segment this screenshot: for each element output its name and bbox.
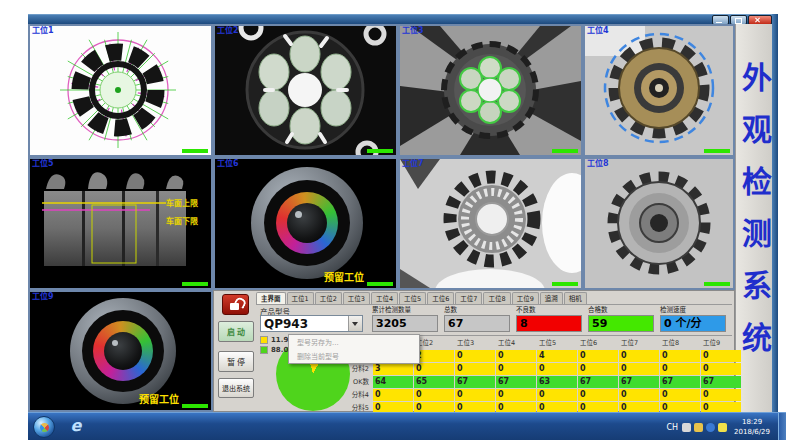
table-cell: 0 bbox=[414, 363, 454, 375]
table-cell: 0 bbox=[578, 363, 618, 375]
table-cell: 0 bbox=[660, 363, 700, 375]
table-cell: 0 bbox=[455, 350, 495, 362]
unlock-button[interactable] bbox=[222, 294, 249, 315]
table-column-header: 工位9 bbox=[701, 337, 741, 349]
table-cell: 0 bbox=[537, 389, 577, 401]
stat-label: 总数 bbox=[444, 304, 510, 314]
combo-dropdown-arrow[interactable] bbox=[348, 316, 362, 331]
camera-view-7: 工位7 bbox=[398, 157, 583, 290]
table-column-header: 工位7 bbox=[619, 337, 659, 349]
camera-1-label: 工位1 bbox=[32, 27, 54, 35]
table-cell: 67 bbox=[660, 376, 700, 388]
table-cell: 67 bbox=[578, 376, 618, 388]
clock-date: 2018/6/29 bbox=[734, 427, 770, 438]
start-button[interactable]: 启 动 bbox=[218, 321, 254, 342]
product-model-combo[interactable]: QP943 bbox=[260, 315, 363, 332]
table-column-header: 工位8 bbox=[660, 337, 700, 349]
table-cell: 0 bbox=[578, 350, 618, 362]
window-right-border bbox=[772, 14, 778, 412]
window-titlebar bbox=[28, 14, 778, 24]
camera-view-1: 工位1 bbox=[28, 24, 213, 157]
table-cell: 67 bbox=[455, 376, 495, 388]
reserved-station-text: 预留工位 bbox=[139, 391, 179, 406]
table-cell: 0 bbox=[619, 363, 659, 375]
tab-工位9[interactable]: 工位9 bbox=[512, 292, 539, 304]
camera-view-9: 工位9 预留工位 bbox=[28, 290, 213, 412]
exit-system-button[interactable]: 退出系统 bbox=[218, 378, 254, 398]
camera-view-2: 工位2 bbox=[213, 24, 398, 157]
table-column-header: 工位3 bbox=[455, 337, 495, 349]
menu-item[interactable]: 删除当前型号 bbox=[289, 349, 419, 363]
camera-view-6: 工位6 预留工位 bbox=[213, 157, 398, 290]
input-language-indicator[interactable]: CH bbox=[666, 423, 678, 432]
camera-3-label: 工位3 bbox=[402, 27, 424, 35]
separator bbox=[370, 335, 732, 336]
control-panel: 启 动 暂 停 退出系统 主界面工位1工位2工位3工位4工位5工位6工位7工位8… bbox=[213, 290, 735, 412]
reserved-station-text: 预留工位 bbox=[324, 269, 364, 284]
table-cell: 2 bbox=[414, 350, 454, 362]
table-cell: 0 bbox=[414, 389, 454, 401]
windows-logo-icon bbox=[38, 421, 51, 434]
tab-工位3[interactable]: 工位3 bbox=[343, 292, 370, 304]
lower-limit-annotation: 车面下限 bbox=[166, 215, 198, 226]
stat-label: 不良数 bbox=[516, 304, 582, 314]
stat-value: 59 bbox=[588, 315, 654, 332]
table-cell: 0 bbox=[701, 363, 741, 375]
lens-photo bbox=[251, 167, 363, 279]
camera-2-status-bar bbox=[367, 149, 393, 153]
legend-swatch bbox=[260, 346, 268, 354]
table-column-header: 工位5 bbox=[537, 337, 577, 349]
table-cell: 0 bbox=[496, 350, 536, 362]
table-cell: 63 bbox=[537, 376, 577, 388]
table-cell: 0 bbox=[619, 389, 659, 401]
camera-8-status-bar bbox=[704, 282, 730, 286]
table-cell: 0 bbox=[537, 363, 577, 375]
tray-network-icon[interactable] bbox=[706, 423, 715, 432]
show-desktop-button[interactable] bbox=[778, 413, 786, 440]
table-column-header: 工位2 bbox=[414, 337, 454, 349]
tab-工位6[interactable]: 工位6 bbox=[427, 292, 454, 304]
tab-工位8[interactable]: 工位8 bbox=[483, 292, 510, 304]
tab-追溯[interactable]: 追溯 bbox=[540, 292, 563, 304]
stat: 累计检测数量3205 bbox=[372, 304, 438, 334]
camera-7-status-bar bbox=[552, 282, 578, 286]
table-cell: 0 bbox=[496, 389, 536, 401]
camera-2-label: 工位2 bbox=[217, 27, 239, 35]
system-tray: CH 18:29 2018/6/29 bbox=[666, 413, 778, 440]
tab-工位4[interactable]: 工位4 bbox=[371, 292, 398, 304]
table-column-header: 工位6 bbox=[578, 337, 618, 349]
camera-5-status-bar bbox=[182, 282, 208, 286]
table-cell: 0 bbox=[619, 350, 659, 362]
table-column-header: 工位4 bbox=[496, 337, 536, 349]
tab-main[interactable]: 主界面 bbox=[256, 292, 286, 304]
menu-item[interactable]: 型号另存为... bbox=[289, 335, 419, 349]
product-model-value: QP943 bbox=[264, 317, 308, 331]
stat: 总数67 bbox=[444, 304, 510, 334]
stat-label: 合格数 bbox=[588, 304, 654, 314]
camera-7-label: 工位7 bbox=[402, 160, 424, 168]
camera-9-status-bar bbox=[182, 404, 208, 408]
pause-button[interactable]: 暂 停 bbox=[218, 351, 254, 372]
tray-folder-icon[interactable] bbox=[694, 423, 703, 432]
camera-view-3: 工位3 bbox=[398, 24, 583, 157]
table-cell: 67 bbox=[619, 376, 659, 388]
tray-flag-icon[interactable] bbox=[718, 423, 727, 432]
table-cell: 65 bbox=[414, 376, 454, 388]
camera-9-label: 工位9 bbox=[32, 293, 54, 301]
tab-工位5[interactable]: 工位5 bbox=[399, 292, 426, 304]
stat-label: 检测速度 bbox=[660, 304, 726, 314]
tray-keyboard-icon[interactable] bbox=[682, 423, 691, 432]
tab-相机[interactable]: 相机 bbox=[564, 292, 587, 304]
camera-6-label: 工位6 bbox=[217, 160, 239, 168]
tab-工位1[interactable]: 工位1 bbox=[287, 292, 314, 304]
tab-工位7[interactable]: 工位7 bbox=[455, 292, 482, 304]
taskbar-clock[interactable]: 18:29 2018/6/29 bbox=[734, 417, 770, 438]
stat-value: 8 bbox=[516, 315, 582, 332]
table-cell: 67 bbox=[496, 376, 536, 388]
stat-value: 0 个/分 bbox=[660, 315, 726, 332]
start-button-orb[interactable] bbox=[33, 416, 55, 438]
stat: 合格数59 bbox=[588, 304, 654, 334]
camera-8-label: 工位8 bbox=[587, 160, 609, 168]
internet-explorer-icon[interactable]: e bbox=[64, 416, 88, 438]
tab-工位2[interactable]: 工位2 bbox=[315, 292, 342, 304]
